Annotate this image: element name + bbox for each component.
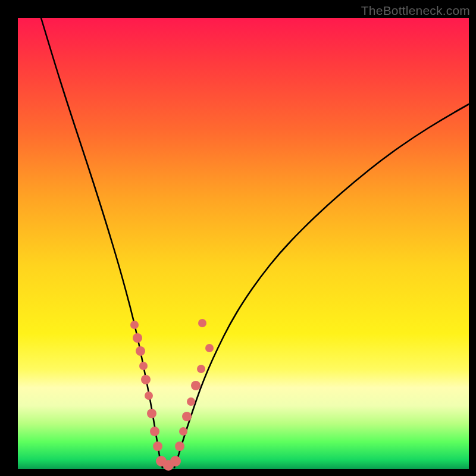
- data-dot: [133, 333, 142, 343]
- data-dot: [136, 346, 145, 356]
- watermark-text: TheBottleneck.com: [361, 4, 470, 18]
- data-dot: [153, 441, 162, 451]
- data-dot: [145, 392, 153, 400]
- data-dot: [187, 397, 195, 406]
- data-dot: [191, 381, 201, 390]
- data-dot: [179, 427, 187, 436]
- data-dot: [198, 319, 206, 327]
- data-dot: [205, 344, 214, 352]
- chart-svg: [18, 18, 469, 469]
- data-dot: [141, 375, 151, 384]
- right-curve: [174, 104, 469, 468]
- data-dot: [147, 409, 156, 418]
- left-curve: [41, 18, 162, 468]
- data-dot: [175, 441, 184, 451]
- chart-plot-area: [18, 18, 469, 469]
- data-dot: [130, 321, 139, 329]
- data-dot: [139, 362, 148, 370]
- data-dots-group: [130, 319, 214, 471]
- data-dot: [170, 456, 181, 466]
- data-dot: [150, 427, 159, 436]
- data-dot: [197, 365, 205, 373]
- data-dot: [182, 412, 192, 421]
